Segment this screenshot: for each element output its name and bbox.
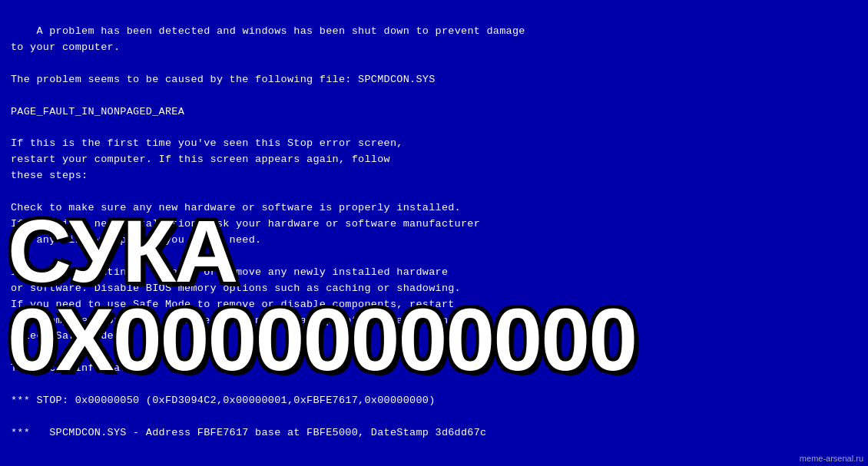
line26: *** SPCMDCON.SYS - Address FBFE7617 base… [11,427,486,438]
meme-overlay-text: СУКА 0X00000000000 [0,207,868,384]
line6: PAGE_FAULT_IN_NONPAGED_AREA [11,106,184,117]
line9: restart your computer. If this screen ap… [11,154,390,165]
line1: A problem has been detected and windows … [37,25,525,37]
line8: If this is the first time you've seen th… [11,137,403,149]
line10: these steps: [11,170,88,181]
line2: to your computer. [11,41,120,53]
bsod-screen: A problem has been detected and windows … [0,0,868,466]
line4: The problem seems to be caused by the fo… [11,74,436,85]
watermark: meme-arsenal.ru [800,454,863,463]
line24: *** STOP: 0x00000050 (0xFD3094C2,0x00000… [11,395,436,406]
